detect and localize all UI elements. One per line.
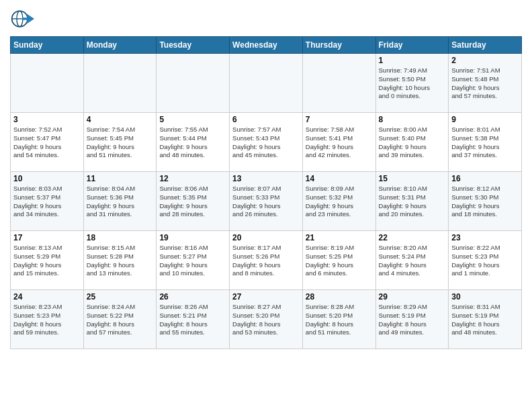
day-cell: 26Sunrise: 8:26 AMSunset: 5:21 PMDayligh… (157, 290, 230, 349)
day-info: Sunrise: 8:00 AMSunset: 5:40 PMDaylight:… (379, 126, 446, 160)
day-cell: 17Sunrise: 8:13 AMSunset: 5:29 PMDayligh… (11, 231, 84, 290)
day-info: Sunrise: 7:57 AMSunset: 5:43 PMDaylight:… (232, 126, 300, 160)
day-info: Sunrise: 7:52 AMSunset: 5:47 PMDaylight:… (13, 126, 81, 160)
week-row-1: 3Sunrise: 7:52 AMSunset: 5:47 PMDaylight… (11, 113, 522, 172)
weekday-header-thursday: Thursday (302, 37, 375, 54)
weekday-header-row: SundayMondayTuesdayWednesdayThursdayFrid… (11, 37, 522, 54)
day-cell: 1Sunrise: 7:49 AMSunset: 5:50 PMDaylight… (375, 54, 449, 113)
day-number: 20 (232, 233, 300, 242)
day-info: Sunrise: 8:28 AMSunset: 5:20 PMDaylight:… (306, 303, 373, 337)
day-cell: 14Sunrise: 8:09 AMSunset: 5:32 PMDayligh… (302, 172, 375, 231)
day-number: 16 (451, 174, 519, 183)
day-number: 7 (306, 115, 373, 124)
day-info: Sunrise: 8:23 AMSunset: 5:23 PMDaylight:… (13, 303, 81, 337)
day-number: 26 (159, 292, 226, 302)
svg-marker-4 (22, 14, 34, 24)
day-number: 4 (87, 115, 154, 124)
day-number: 6 (232, 115, 300, 124)
day-cell (83, 54, 157, 113)
day-info: Sunrise: 8:12 AMSunset: 5:30 PMDaylight:… (451, 185, 519, 219)
day-cell: 5Sunrise: 7:55 AMSunset: 5:44 PMDaylight… (157, 113, 230, 172)
header (10, 7, 522, 31)
day-info: Sunrise: 7:54 AMSunset: 5:45 PMDaylight:… (87, 126, 154, 160)
day-cell: 2Sunrise: 7:51 AMSunset: 5:48 PMDaylight… (449, 54, 522, 113)
day-number: 11 (87, 174, 154, 183)
day-number: 5 (159, 115, 226, 124)
day-number: 14 (306, 174, 373, 183)
day-cell: 8Sunrise: 8:00 AMSunset: 5:40 PMDaylight… (375, 113, 449, 172)
day-cell: 27Sunrise: 8:27 AMSunset: 5:20 PMDayligh… (230, 290, 303, 349)
day-info: Sunrise: 7:49 AMSunset: 5:50 PMDaylight:… (379, 66, 446, 101)
weekday-header-wednesday: Wednesday (230, 37, 303, 54)
day-number: 23 (451, 233, 519, 242)
day-number: 27 (232, 292, 300, 302)
day-cell: 29Sunrise: 8:29 AMSunset: 5:19 PMDayligh… (375, 290, 449, 349)
weekday-header-saturday: Saturday (449, 37, 522, 54)
day-cell: 9Sunrise: 8:01 AMSunset: 5:38 PMDaylight… (449, 113, 522, 172)
day-number: 9 (451, 115, 519, 124)
day-info: Sunrise: 8:19 AMSunset: 5:25 PMDaylight:… (306, 244, 373, 278)
day-number: 8 (379, 115, 446, 124)
day-info: Sunrise: 7:58 AMSunset: 5:41 PMDaylight:… (306, 126, 373, 160)
day-cell: 18Sunrise: 8:15 AMSunset: 5:28 PMDayligh… (83, 231, 157, 290)
day-number: 19 (159, 233, 226, 242)
day-cell: 25Sunrise: 8:24 AMSunset: 5:22 PMDayligh… (83, 290, 157, 349)
day-info: Sunrise: 8:09 AMSunset: 5:32 PMDaylight:… (306, 185, 373, 219)
weekday-header-friday: Friday (375, 37, 449, 54)
week-row-0: 1Sunrise: 7:49 AMSunset: 5:50 PMDaylight… (11, 54, 522, 113)
day-cell: 20Sunrise: 8:17 AMSunset: 5:26 PMDayligh… (230, 231, 303, 290)
day-cell (157, 54, 230, 113)
day-cell: 12Sunrise: 8:06 AMSunset: 5:35 PMDayligh… (157, 172, 230, 231)
day-info: Sunrise: 8:24 AMSunset: 5:22 PMDaylight:… (87, 303, 154, 337)
day-number: 30 (451, 292, 519, 302)
day-cell: 30Sunrise: 8:31 AMSunset: 5:19 PMDayligh… (449, 290, 522, 349)
day-info: Sunrise: 8:26 AMSunset: 5:21 PMDaylight:… (159, 303, 226, 337)
day-cell (11, 54, 84, 113)
day-cell: 6Sunrise: 7:57 AMSunset: 5:43 PMDaylight… (230, 113, 303, 172)
week-row-4: 24Sunrise: 8:23 AMSunset: 5:23 PMDayligh… (11, 290, 522, 349)
weekday-header-sunday: Sunday (11, 37, 84, 54)
week-row-2: 10Sunrise: 8:03 AMSunset: 5:37 PMDayligh… (11, 172, 522, 231)
day-info: Sunrise: 8:06 AMSunset: 5:35 PMDaylight:… (159, 185, 226, 219)
day-info: Sunrise: 8:29 AMSunset: 5:19 PMDaylight:… (379, 303, 446, 337)
day-info: Sunrise: 8:20 AMSunset: 5:24 PMDaylight:… (379, 244, 446, 278)
weekday-header-monday: Monday (83, 37, 157, 54)
day-cell: 21Sunrise: 8:19 AMSunset: 5:25 PMDayligh… (302, 231, 375, 290)
day-number: 12 (159, 174, 226, 183)
day-cell: 11Sunrise: 8:04 AMSunset: 5:36 PMDayligh… (83, 172, 157, 231)
day-cell: 19Sunrise: 8:16 AMSunset: 5:27 PMDayligh… (157, 231, 230, 290)
day-info: Sunrise: 8:27 AMSunset: 5:20 PMDaylight:… (232, 303, 300, 337)
day-info: Sunrise: 7:51 AMSunset: 5:48 PMDaylight:… (451, 66, 519, 101)
day-info: Sunrise: 8:03 AMSunset: 5:37 PMDaylight:… (13, 185, 81, 219)
logo-area (10, 7, 37, 31)
day-number: 13 (232, 174, 300, 183)
page: SundayMondayTuesdayWednesdayThursdayFrid… (0, 0, 532, 411)
day-number: 17 (13, 233, 81, 242)
day-number: 25 (87, 292, 154, 302)
week-row-3: 17Sunrise: 8:13 AMSunset: 5:29 PMDayligh… (11, 231, 522, 290)
day-number: 18 (87, 233, 154, 242)
day-cell: 3Sunrise: 7:52 AMSunset: 5:47 PMDaylight… (11, 113, 84, 172)
logo-icon (10, 7, 34, 31)
day-info: Sunrise: 8:04 AMSunset: 5:36 PMDaylight:… (87, 185, 154, 219)
day-info: Sunrise: 8:15 AMSunset: 5:28 PMDaylight:… (87, 244, 154, 278)
weekday-header-tuesday: Tuesday (157, 37, 230, 54)
day-cell: 24Sunrise: 8:23 AMSunset: 5:23 PMDayligh… (11, 290, 84, 349)
day-info: Sunrise: 8:07 AMSunset: 5:33 PMDaylight:… (232, 185, 300, 219)
day-info: Sunrise: 8:17 AMSunset: 5:26 PMDaylight:… (232, 244, 300, 278)
day-cell: 7Sunrise: 7:58 AMSunset: 5:41 PMDaylight… (302, 113, 375, 172)
day-info: Sunrise: 7:55 AMSunset: 5:44 PMDaylight:… (159, 126, 226, 160)
day-number: 15 (379, 174, 446, 183)
day-cell: 13Sunrise: 8:07 AMSunset: 5:33 PMDayligh… (230, 172, 303, 231)
day-cell (230, 54, 303, 113)
calendar-table: SundayMondayTuesdayWednesdayThursdayFrid… (10, 36, 522, 349)
day-info: Sunrise: 8:16 AMSunset: 5:27 PMDaylight:… (159, 244, 226, 278)
day-number: 24 (13, 292, 81, 302)
day-number: 2 (451, 56, 519, 65)
day-number: 22 (379, 233, 446, 242)
day-info: Sunrise: 8:13 AMSunset: 5:29 PMDaylight:… (13, 244, 81, 278)
day-info: Sunrise: 8:22 AMSunset: 5:23 PMDaylight:… (451, 244, 519, 278)
day-cell: 15Sunrise: 8:10 AMSunset: 5:31 PMDayligh… (375, 172, 449, 231)
day-cell: 16Sunrise: 8:12 AMSunset: 5:30 PMDayligh… (449, 172, 522, 231)
day-cell (302, 54, 375, 113)
